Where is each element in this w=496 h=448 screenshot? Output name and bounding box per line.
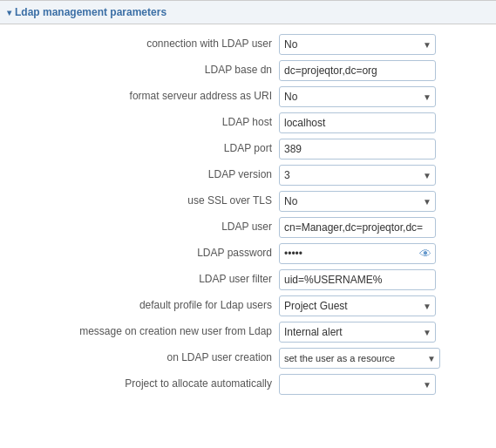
select-wrapper-project: ▼ [279, 374, 436, 395]
select-wrapper-creation: set the user as a resource do not set as… [279, 348, 440, 369]
label-ldap-version: LDAP version [0, 168, 279, 182]
control-ldap-version: 3 2 ▼ [279, 165, 496, 186]
label-ldap-base-dn: LDAP base dn [0, 64, 279, 78]
select-wrapper-message: Internal alert Email None ▼ [279, 322, 436, 343]
select-project-to-allocate[interactable] [279, 374, 436, 395]
input-ldap-port[interactable] [279, 139, 436, 160]
input-ldap-password[interactable] [279, 243, 436, 264]
control-ldap-password: 👁 [279, 243, 496, 264]
label-connection-with-ldap-user: connection with LDAP user [0, 37, 279, 51]
select-message-on-creation[interactable]: Internal alert Email None [279, 322, 436, 343]
control-connection-with-ldap-user: No Yes ▼ [279, 34, 496, 55]
row-connection-with-ldap-user: connection with LDAP user No Yes ▼ [0, 33, 496, 56]
control-ldap-user [279, 217, 496, 238]
row-ldap-password: LDAP password 👁 [0, 242, 496, 265]
label-default-profile: default profile for Ldap users [0, 299, 279, 313]
eye-icon[interactable]: 👁 [419, 248, 431, 260]
select-wrapper-connection: No Yes ▼ [279, 34, 436, 55]
label-ldap-user: LDAP user [0, 221, 279, 234]
section-title: Ldap management parameters [15, 6, 166, 18]
row-ldap-version: LDAP version 3 2 ▼ [0, 164, 496, 187]
row-use-ssl-over-tls: use SSL over TLS No Yes ▼ [0, 190, 496, 213]
section-header[interactable]: ▾ Ldap management parameters [0, 0, 496, 24]
row-ldap-host: LDAP host [0, 112, 496, 134]
select-use-ssl-over-tls[interactable]: No Yes [279, 191, 436, 212]
label-ldap-port: LDAP port [0, 142, 279, 156]
control-project-to-allocate: ▼ [279, 374, 496, 395]
label-ldap-host: LDAP host [0, 116, 279, 130]
form-container: connection with LDAP user No Yes ▼ LDAP … [0, 24, 496, 404]
label-ldap-password: LDAP password [0, 247, 279, 261]
select-on-ldap-user-creation[interactable]: set the user as a resource do not set as… [279, 348, 440, 369]
select-format-serveur-address[interactable]: No Yes [279, 86, 436, 107]
control-ldap-host [279, 112, 496, 133]
row-ldap-port: LDAP port [0, 138, 496, 160]
row-on-ldap-user-creation: on LDAP user creation set the user as a … [0, 347, 496, 370]
row-message-on-creation: message on creation new user from Ldap I… [0, 321, 496, 343]
control-ldap-port [279, 139, 496, 160]
select-default-profile[interactable]: Project Guest Administrator Manager [279, 295, 436, 316]
select-connection-with-ldap-user[interactable]: No Yes [279, 34, 436, 55]
control-format-serveur-address: No Yes ▼ [279, 86, 496, 107]
input-ldap-user-filter[interactable] [279, 269, 436, 290]
control-on-ldap-user-creation: set the user as a resource do not set as… [279, 348, 496, 369]
input-ldap-host[interactable] [279, 112, 436, 133]
row-ldap-user: LDAP user [0, 216, 496, 239]
control-message-on-creation: Internal alert Email None ▼ [279, 322, 496, 343]
section-arrow: ▾ [7, 8, 11, 17]
row-default-profile: default profile for Ldap users Project G… [0, 295, 496, 317]
row-project-to-allocate: Project to allocate automatically ▼ [0, 373, 496, 396]
select-wrapper-version: 3 2 ▼ [279, 165, 436, 186]
row-ldap-user-filter: LDAP user filter [0, 268, 496, 291]
control-ldap-base-dn [279, 60, 496, 81]
control-default-profile: Project Guest Administrator Manager ▼ [279, 295, 496, 316]
row-ldap-base-dn: LDAP base dn [0, 59, 496, 82]
password-wrapper: 👁 [279, 243, 436, 264]
label-use-ssl-over-tls: use SSL over TLS [0, 194, 279, 208]
control-use-ssl-over-tls: No Yes ▼ [279, 191, 496, 212]
input-ldap-base-dn[interactable] [279, 60, 436, 81]
select-ldap-version[interactable]: 3 2 [279, 165, 436, 186]
row-format-serveur-address: format serveur address as URI No Yes ▼ [0, 85, 496, 108]
select-wrapper-format: No Yes ▼ [279, 86, 436, 107]
label-message-on-creation: message on creation new user from Ldap [0, 325, 279, 339]
input-ldap-user[interactable] [279, 217, 436, 238]
label-format-serveur-address: format serveur address as URI [0, 90, 279, 104]
select-wrapper-profile: Project Guest Administrator Manager ▼ [279, 295, 436, 316]
label-on-ldap-user-creation: on LDAP user creation [0, 351, 279, 365]
label-ldap-user-filter: LDAP user filter [0, 273, 279, 287]
control-ldap-user-filter [279, 269, 496, 290]
label-project-to-allocate: Project to allocate automatically [0, 377, 279, 391]
select-wrapper-ssl: No Yes ▼ [279, 191, 436, 212]
